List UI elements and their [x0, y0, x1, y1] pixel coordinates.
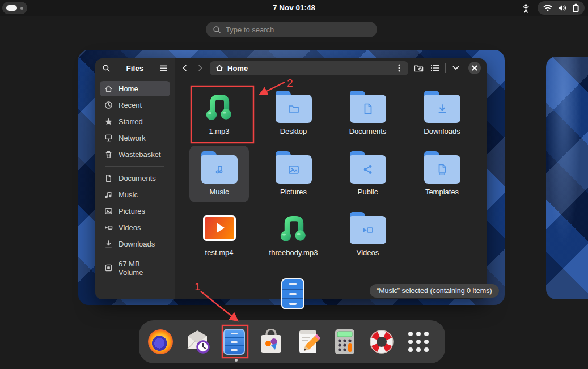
hamburger-menu-icon[interactable] [159, 65, 168, 72]
drive-icon [104, 264, 113, 272]
path-label: Home [227, 64, 389, 73]
header-separator [445, 63, 446, 73]
network-icon [104, 134, 113, 142]
folder-icon [276, 95, 312, 123]
music-icon [104, 190, 113, 199]
file-label: Templates [425, 188, 459, 196]
sidebar-item-documents[interactable]: Documents [100, 171, 170, 186]
sidebar-item-music[interactable]: Music [100, 187, 170, 202]
top-bar: 7 Nov 01:48 [0, 0, 588, 16]
sidebar-item-label: Wastebasket [119, 150, 161, 159]
dock-firefox-icon[interactable] [147, 328, 174, 355]
files-app-badge-icon[interactable] [281, 278, 304, 309]
sidebar-item-label: Network [119, 134, 146, 142]
folder-item-desktop[interactable]: Desktop [264, 85, 323, 142]
sidebar-item-videos[interactable]: Videos [100, 220, 170, 235]
sidebar-item-wastebasket[interactable]: Wastebasket [100, 147, 170, 162]
kebab-icon [398, 63, 400, 73]
audio-file-icon [202, 88, 237, 125]
document-icon [104, 174, 113, 183]
path-bar[interactable]: Home [210, 61, 408, 75]
sidebar-item-label: Documents [119, 174, 156, 183]
folder-item-public[interactable]: Public [338, 146, 397, 202]
folder-item-documents[interactable]: Documents [338, 85, 397, 142]
file-label: Desktop [280, 127, 307, 135]
battery-icon [573, 3, 579, 12]
sidebar-item-home[interactable]: Home [100, 81, 170, 96]
folder-icon [276, 155, 312, 184]
sidebar-item-network[interactable]: Network [100, 130, 170, 146]
back-button[interactable] [179, 62, 191, 74]
sidebar-item-label: Starred [119, 117, 143, 126]
forward-icon [196, 64, 204, 72]
sidebar-item-label: Recent [119, 101, 142, 109]
file-item-1mp3[interactable]: 1.mp3 [189, 85, 249, 142]
files-window[interactable]: Files Home Recent Starred Network [95, 58, 487, 299]
video-icon [104, 223, 113, 232]
folder-item-videos[interactable]: Videos [338, 206, 397, 263]
file-item-threebodymp3[interactable]: threebody.mp3 [264, 206, 323, 263]
file-item-testmp4[interactable]: test.mp4 [189, 206, 249, 263]
chevron-down-icon [452, 66, 459, 70]
sidebar-divider [105, 166, 164, 167]
dock-mail-clock-icon[interactable] [184, 328, 211, 355]
view-options-button[interactable] [450, 62, 462, 74]
search-icon [213, 26, 221, 34]
dock-files-icon[interactable] [221, 328, 248, 355]
file-label: Pictures [280, 188, 307, 196]
close-button[interactable] [468, 62, 481, 74]
folder-item-music[interactable]: Music [189, 146, 249, 202]
sidebar-item-pictures[interactable]: Pictures [100, 203, 170, 219]
sidebar-item-recent[interactable]: Recent [100, 97, 170, 113]
sidebar-item-volume[interactable]: 67 MB Volume [100, 260, 170, 275]
file-label: threebody.mp3 [269, 248, 318, 257]
files-main-pane: Home [175, 58, 487, 299]
search-folder-button[interactable] [412, 62, 425, 74]
trash-icon [104, 150, 113, 159]
workspace-preview-next[interactable] [546, 57, 588, 299]
search-icon[interactable] [102, 64, 111, 73]
dock-software-icon[interactable] [257, 328, 285, 355]
sidebar-item-downloads[interactable]: Downloads [100, 236, 170, 252]
dock-text-editor-icon[interactable] [294, 328, 322, 355]
file-label: test.mp4 [205, 248, 234, 257]
files-running-indicator [235, 359, 238, 362]
sidebar-divider [105, 256, 164, 256]
overview-search-bar[interactable] [206, 22, 377, 37]
sidebar-item-label: Home [119, 84, 138, 93]
system-status-area[interactable] [538, 1, 585, 15]
path-menu-button[interactable] [393, 62, 405, 74]
file-label: Videos [357, 248, 379, 257]
sidebar-item-label: Music [119, 190, 138, 199]
volume-icon [558, 4, 567, 12]
sidebar-item-label: Downloads [119, 240, 155, 248]
dock-calculator-icon[interactable] [331, 328, 358, 355]
header-bar: Home [175, 58, 487, 78]
video-thumbnail-icon [203, 209, 236, 247]
file-label: Downloads [424, 127, 460, 135]
forward-button[interactable] [194, 62, 206, 74]
file-label: Music [210, 188, 229, 196]
home-icon [104, 84, 113, 93]
picture-icon [104, 207, 113, 215]
download-icon [104, 240, 113, 248]
home-icon [215, 64, 223, 72]
dock-app-grid-icon[interactable] [405, 328, 432, 355]
list-view-button[interactable] [429, 62, 441, 74]
audio-file-icon [276, 209, 311, 247]
folder-item-downloads[interactable]: Downloads [412, 85, 472, 142]
folder-item-pictures[interactable]: Pictures [264, 146, 323, 202]
folder-item-templates[interactable]: Templates [412, 146, 472, 202]
selection-status-toast: “Music” selected (containing 0 items) [370, 284, 499, 298]
search-input[interactable] [226, 26, 370, 34]
dash-dock [139, 320, 445, 363]
sidebar-item-starred[interactable]: Starred [100, 114, 170, 129]
sidebar-item-label: 67 MB Volume [119, 260, 166, 277]
folder-icon [201, 155, 238, 184]
clock[interactable]: 7 Nov 01:48 [0, 0, 588, 16]
star-icon [104, 117, 113, 126]
dock-help-icon[interactable] [368, 328, 395, 355]
accessibility-icon[interactable] [521, 3, 531, 13]
sidebar-item-label: Pictures [119, 207, 145, 215]
file-label: Documents [349, 127, 387, 135]
